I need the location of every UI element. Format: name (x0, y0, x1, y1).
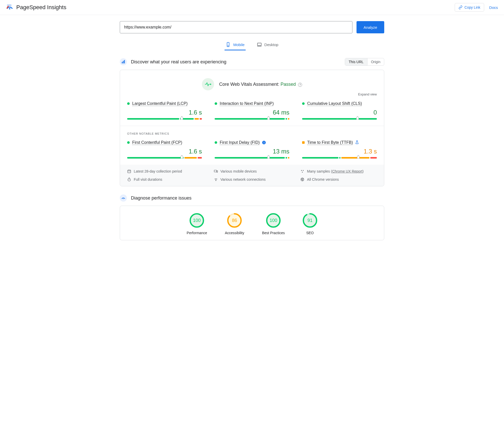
link-icon (458, 5, 463, 9)
svg-point-9 (210, 84, 211, 85)
analyze-button[interactable]: Analyze (357, 21, 384, 33)
metric-cls-value: 0 (302, 109, 377, 116)
svg-point-29 (123, 199, 124, 199)
metric-ttfb-bar (302, 157, 377, 159)
app-logo-icon (6, 4, 13, 11)
flask-icon[interactable] (355, 140, 359, 145)
metric-fid-name[interactable]: First Input Delay (FID) (220, 140, 260, 145)
assessment-status: Passed (280, 82, 296, 87)
gauge-label: SEO (306, 231, 314, 235)
mobile-icon (226, 42, 231, 47)
metric-fid-bar (215, 157, 289, 159)
metric-inp: Interaction to Next Paint (INP) 64 ms (215, 101, 289, 120)
topbar: PageSpeed Insights Copy Link Docs (0, 0, 504, 15)
footer-versions: All Chrome versions (307, 177, 339, 181)
footer-samples: Many samples (Chrome UX Report) (307, 169, 364, 173)
lighthouse-card: 100Performance86Accessibility100Best Pra… (120, 206, 384, 240)
footer-connections: Various network connections (220, 177, 266, 181)
metric-lcp: Largest Contentful Paint (LCP) 1.6 s (127, 101, 202, 120)
docs-link[interactable]: Docs (489, 5, 498, 10)
metric-inp-value: 64 ms (215, 109, 289, 116)
field-data-footer: Latest 28-day collection period Various … (120, 165, 384, 186)
svg-rect-11 (128, 170, 131, 173)
metric-cls: Cumulative Layout Shift (CLS) 0 (302, 101, 377, 120)
calendar-icon (127, 169, 131, 173)
footer-durations: Full visit durations (134, 177, 162, 181)
gauge-score: 100 (189, 213, 204, 228)
gauge-seo[interactable]: 91SEO (303, 213, 317, 235)
svg-rect-8 (124, 60, 125, 63)
chrome-icon (300, 177, 304, 181)
metric-lcp-value: 1.6 s (127, 109, 202, 116)
metric-inp-name[interactable]: Interaction to Next Paint (INP) (220, 101, 274, 106)
url-input[interactable] (120, 21, 352, 33)
metric-fid-value: 13 ms (215, 148, 289, 155)
tab-desktop-label: Desktop (264, 43, 278, 47)
assessment-text: Core Web Vitals Assessment: Passed ? (219, 82, 302, 87)
discover-icon (120, 58, 127, 65)
metric-lcp-bar (127, 118, 202, 120)
metric-fcp-name[interactable]: First Contentful Paint (FCP) (132, 140, 182, 145)
stopwatch-icon (127, 177, 131, 181)
tab-mobile-label: Mobile (233, 43, 244, 47)
svg-point-19 (302, 172, 303, 173)
metric-fcp: First Contentful Paint (FCP) 1.6 s (127, 140, 202, 159)
app-title: PageSpeed Insights (16, 4, 66, 11)
gauge-icon (121, 196, 125, 200)
metric-lcp-name[interactable]: Largest Contentful Paint (LCP) (132, 101, 188, 106)
footer-period: Latest 28-day collection period (134, 169, 182, 173)
diagnose-header: Diagnose performance issues (120, 194, 384, 202)
metric-cls-name[interactable]: Cumulative Layout Shift (CLS) (307, 101, 362, 106)
status-dot-icon (127, 102, 130, 105)
pulse-icon (202, 78, 214, 90)
gauge-best-practices[interactable]: 100Best Practices (262, 213, 285, 235)
assessment-row: Core Web Vitals Assessment: Passed ? (127, 78, 377, 90)
diagnose-icon (120, 194, 127, 202)
diagnose-title: Diagnose performance issues (131, 195, 191, 201)
svg-point-23 (216, 180, 216, 181)
footer-devices: Various mobile devices (220, 169, 257, 173)
metric-ttfb-value: 1.3 s (302, 148, 377, 155)
url-scope-toggle: This URL Origin (345, 58, 384, 66)
metric-fid: First Input Delay (FID) i 13 ms (215, 140, 289, 159)
device-tabs: Mobile Desktop (120, 39, 384, 50)
info-badge-icon[interactable]: i (262, 141, 266, 144)
samples-icon (300, 169, 304, 173)
gauge-label: Accessibility (225, 231, 244, 235)
gauge-row: 100Performance86Accessibility100Best Pra… (127, 206, 377, 240)
svg-point-17 (301, 170, 302, 171)
assessment-prefix: Core Web Vitals Assessment: (219, 82, 280, 87)
tab-mobile[interactable]: Mobile (225, 39, 245, 50)
svg-rect-16 (217, 171, 217, 172)
svg-point-18 (303, 170, 304, 171)
svg-rect-6 (122, 62, 123, 63)
chrome-ux-link[interactable]: Chrome UX Report (332, 169, 362, 173)
gauge-label: Best Practices (262, 231, 285, 235)
status-dot-icon (302, 141, 305, 144)
svg-point-3 (228, 46, 229, 46)
svg-rect-4 (257, 43, 261, 46)
toggle-this-url[interactable]: This URL (345, 58, 367, 65)
svg-rect-7 (123, 61, 124, 63)
toggle-origin[interactable]: Origin (367, 58, 384, 65)
status-dot-icon (302, 102, 305, 105)
metric-ttfb: Time to First Byte (TTFB) 1.3 s (302, 140, 377, 159)
metric-fcp-value: 1.6 s (127, 148, 202, 155)
help-icon[interactable]: ? (298, 83, 302, 87)
status-dot-icon (215, 102, 217, 105)
tab-desktop[interactable]: Desktop (256, 39, 279, 50)
copy-link-button[interactable]: Copy Link (455, 3, 484, 12)
desktop-icon (257, 42, 262, 47)
metric-inp-bar (215, 118, 289, 120)
gauge-accessibility[interactable]: 86Accessibility (225, 213, 244, 235)
gauge-score: 91 (303, 213, 317, 228)
copy-link-label: Copy Link (465, 5, 480, 9)
discover-title: Discover what your real users are experi… (131, 59, 226, 65)
metric-ttfb-name[interactable]: Time to First Byte (TTFB) (307, 140, 353, 145)
gauge-performance[interactable]: 100Performance (187, 213, 207, 235)
gauge-score: 100 (266, 213, 281, 228)
expand-view-link[interactable]: Expand view (127, 92, 377, 96)
core-metrics-grid: Largest Contentful Paint (LCP) 1.6 s Int… (127, 101, 377, 120)
wifi-icon (214, 177, 218, 181)
svg-rect-0 (7, 4, 12, 7)
